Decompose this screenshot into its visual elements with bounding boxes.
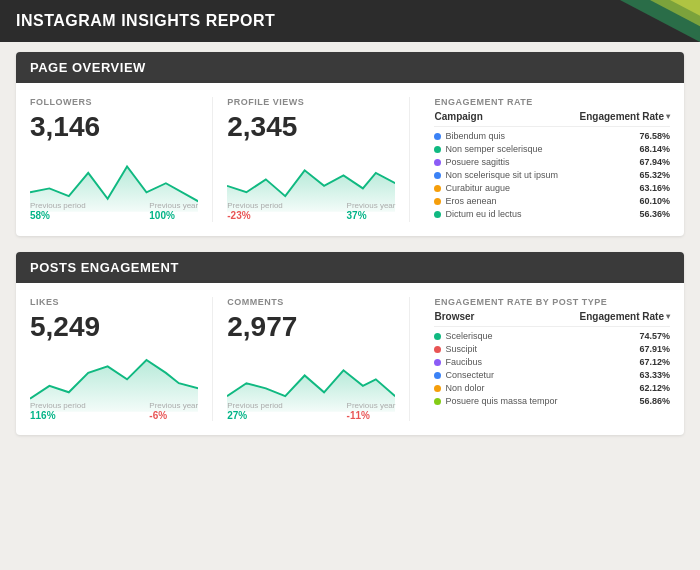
- profile-views-label: PROFILE VIEWS: [227, 97, 395, 107]
- engagement-rate-panel: ENGAGEMENT RATE Campaign Engagement Rate…: [424, 97, 670, 222]
- browser-col-header: Browser: [434, 311, 474, 322]
- profile-views-panel: PROFILE VIEWS 2,345: [227, 97, 395, 222]
- divider-2: [409, 97, 410, 222]
- dot-icon: [434, 133, 441, 140]
- engagement-rate-value: 60.10%: [639, 196, 670, 206]
- likes-prev-year-value: -6%: [149, 410, 198, 421]
- dot-icon: [434, 198, 441, 205]
- engagement-rate-value: 65.32%: [639, 170, 670, 180]
- engagement-rate-value: 68.14%: [639, 144, 670, 154]
- sort-icon: ▾: [666, 112, 670, 121]
- followers-panel: FOLLOWERS 3,146: [30, 97, 198, 222]
- comments-prev-year-label: Previous year: [347, 401, 396, 410]
- header-accent-graphic: [580, 0, 700, 42]
- table-row: Faucibus 67.12%: [434, 357, 670, 367]
- engagement-rows-overview: Bibendum quis 76.58% Non semper sceleris…: [434, 131, 670, 219]
- pv-prev-year-value: 37%: [347, 210, 396, 221]
- table-row: Suscipit 67.91%: [434, 344, 670, 354]
- dot-icon: [434, 385, 441, 392]
- table-row: Scelerisque 74.57%: [434, 331, 670, 341]
- page-header: INSTAGRAM INSIGHTS REPORT: [0, 0, 700, 42]
- dot-icon: [434, 172, 441, 179]
- profile-views-value: 2,345: [227, 111, 395, 143]
- post-engagement-rate-value: 67.12%: [639, 357, 670, 367]
- comments-sparkline: [227, 347, 395, 397]
- browser-name: Scelerisque: [434, 331, 492, 341]
- comments-label: COMMENTS: [227, 297, 395, 307]
- browser-name: Non dolor: [434, 383, 484, 393]
- browser-name: Consectetur: [434, 370, 494, 380]
- followers-label: FOLLOWERS: [30, 97, 198, 107]
- likes-sparkline: [30, 347, 198, 397]
- table-row: Curabitur augue 63.16%: [434, 183, 670, 193]
- browser-name: Posuere quis massa tempor: [434, 396, 557, 406]
- dot-icon: [434, 185, 441, 192]
- dot-icon: [434, 372, 441, 379]
- pv-prev-period-value: -23%: [227, 210, 283, 221]
- post-rate-col-header: Engagement Rate ▾: [580, 311, 670, 322]
- post-type-table-header: Browser Engagement Rate ▾: [434, 311, 670, 327]
- posts-engagement-section: POSTS ENGAGEMENT LIKES 5,249: [16, 252, 684, 435]
- divider-1: [212, 97, 213, 222]
- post-sort-icon: ▾: [666, 312, 670, 321]
- followers-prev-period-value: 58%: [30, 210, 86, 221]
- dot-icon: [434, 333, 441, 340]
- browser-name: Faucibus: [434, 357, 482, 367]
- comments-value: 2,977: [227, 311, 395, 343]
- posts-engagement-body: LIKES 5,249: [16, 283, 684, 435]
- table-row: Non dolor 62.12%: [434, 383, 670, 393]
- divider-3: [212, 297, 213, 421]
- campaign-name: Curabitur augue: [434, 183, 510, 193]
- dot-icon: [434, 159, 441, 166]
- campaign-name: Posuere sagittis: [434, 157, 509, 167]
- page-overview-header: PAGE OVERVIEW: [16, 52, 684, 83]
- likes-panel: LIKES 5,249: [30, 297, 198, 421]
- pv-prev-year-label: Previous year: [347, 201, 396, 210]
- table-row: Dictum eu id lectus 56.36%: [434, 209, 670, 219]
- table-row: Non semper scelerisque 68.14%: [434, 144, 670, 154]
- likes-prev-period-label: Previous period: [30, 401, 86, 410]
- post-engagement-rate-value: 63.33%: [639, 370, 670, 380]
- comments-panel: COMMENTS 2,977: [227, 297, 395, 421]
- main-content: PAGE OVERVIEW FOLLOWERS 3,146: [0, 42, 700, 467]
- pv-prev-period-label: Previous period: [227, 201, 283, 210]
- engagement-by-post-type-panel: ENGAGEMENT RATE BY POST TYPE Browser Eng…: [424, 297, 670, 421]
- engagement-rows-posts: Scelerisque 74.57% Suscipit 67.91% Fauci…: [434, 331, 670, 406]
- comments-prev-period-value: 27%: [227, 410, 283, 421]
- post-engagement-rate-value: 74.57%: [639, 331, 670, 341]
- divider-4: [409, 297, 410, 421]
- comments-prev-year-value: -11%: [347, 410, 396, 421]
- campaign-name: Non scelerisque sit ut ipsum: [434, 170, 558, 180]
- page-overview-section: PAGE OVERVIEW FOLLOWERS 3,146: [16, 52, 684, 236]
- followers-value: 3,146: [30, 111, 198, 143]
- engagement-by-post-label: ENGAGEMENT RATE BY POST TYPE: [434, 297, 670, 307]
- campaign-name: Non semper scelerisque: [434, 144, 542, 154]
- rate-col-header: Engagement Rate ▾: [580, 111, 670, 122]
- table-row: Non scelerisque sit ut ipsum 65.32%: [434, 170, 670, 180]
- campaign-name: Bibendum quis: [434, 131, 505, 141]
- browser-name: Suscipit: [434, 344, 477, 354]
- engagement-rate-value: 67.94%: [639, 157, 670, 167]
- engagement-table-header: Campaign Engagement Rate ▾: [434, 111, 670, 127]
- posts-engagement-header: POSTS ENGAGEMENT: [16, 252, 684, 283]
- likes-label: LIKES: [30, 297, 198, 307]
- engagement-rate-label: ENGAGEMENT RATE: [434, 97, 670, 107]
- table-row: Posuere sagittis 67.94%: [434, 157, 670, 167]
- dot-icon: [434, 346, 441, 353]
- post-engagement-rate-value: 62.12%: [639, 383, 670, 393]
- campaign-col-header: Campaign: [434, 111, 482, 122]
- followers-prev-period-label: Previous period: [30, 201, 86, 210]
- likes-prev-year-label: Previous year: [149, 401, 198, 410]
- dot-icon: [434, 211, 441, 218]
- followers-prev-year-label: Previous year: [149, 201, 198, 210]
- table-row: Eros aenean 60.10%: [434, 196, 670, 206]
- engagement-rate-value: 76.58%: [639, 131, 670, 141]
- dot-icon: [434, 359, 441, 366]
- profile-views-sparkline: [227, 147, 395, 197]
- post-engagement-rate-value: 56.86%: [639, 396, 670, 406]
- comments-prev-period-label: Previous period: [227, 401, 283, 410]
- campaign-name: Eros aenean: [434, 196, 496, 206]
- dot-icon: [434, 146, 441, 153]
- table-row: Posuere quis massa tempor 56.86%: [434, 396, 670, 406]
- table-row: Bibendum quis 76.58%: [434, 131, 670, 141]
